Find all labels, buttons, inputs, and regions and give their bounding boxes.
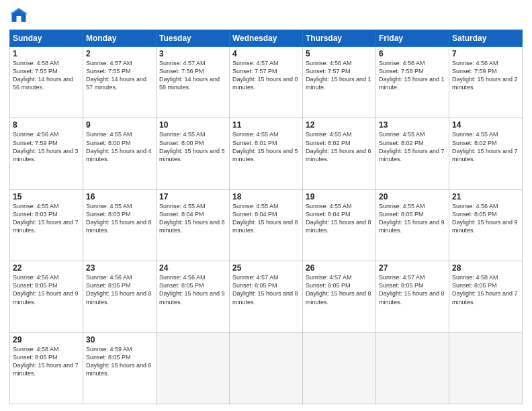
- calendar-cell: 23Sunrise: 4:56 AM Sunset: 8:05 PM Dayli…: [83, 261, 157, 332]
- logo-icon: [9, 7, 28, 26]
- cell-info: Sunrise: 4:56 AM Sunset: 8:05 PM Dayligh…: [86, 273, 153, 306]
- cell-info: Sunrise: 4:55 AM Sunset: 8:05 PM Dayligh…: [379, 202, 446, 235]
- day-header-sunday: Sunday: [10, 30, 83, 47]
- calendar-cell: 5Sunrise: 4:56 AM Sunset: 7:57 PM Daylig…: [303, 47, 376, 118]
- logo: [9, 7, 31, 26]
- cell-info: Sunrise: 4:57 AM Sunset: 8:05 PM Dayligh…: [232, 273, 300, 306]
- day-number: 14: [452, 120, 519, 130]
- calendar-cell: 9Sunrise: 4:55 AM Sunset: 8:00 PM Daylig…: [83, 118, 157, 189]
- calendar-cell: [376, 332, 449, 404]
- calendar-cell: 17Sunrise: 4:55 AM Sunset: 8:04 PM Dayli…: [157, 189, 230, 261]
- cell-info: Sunrise: 4:57 AM Sunset: 7:56 PM Dayligh…: [159, 59, 226, 92]
- cell-info: Sunrise: 4:55 AM Sunset: 8:02 PM Dayligh…: [306, 130, 373, 163]
- cell-info: Sunrise: 4:56 AM Sunset: 8:05 PM Dayligh…: [452, 202, 519, 235]
- day-number: 24: [159, 263, 226, 273]
- calendar-cell: 4Sunrise: 4:57 AM Sunset: 7:57 PM Daylig…: [230, 47, 303, 118]
- cell-info: Sunrise: 4:57 AM Sunset: 7:55 PM Dayligh…: [86, 59, 153, 92]
- calendar-cell: 14Sunrise: 4:55 AM Sunset: 8:02 PM Dayli…: [449, 118, 523, 189]
- day-number: 13: [379, 120, 446, 130]
- calendar: SundayMondayTuesdayWednesdayThursdayFrid…: [9, 30, 523, 404]
- day-header-monday: Monday: [83, 30, 157, 47]
- cell-info: Sunrise: 4:58 AM Sunset: 8:05 PM Dayligh…: [452, 273, 519, 306]
- cell-info: Sunrise: 4:55 AM Sunset: 8:04 PM Dayligh…: [306, 202, 373, 235]
- calendar-cell: 29Sunrise: 4:58 AM Sunset: 8:05 PM Dayli…: [10, 332, 83, 404]
- day-number: 3: [159, 49, 226, 58]
- day-number: 4: [232, 49, 300, 58]
- week-row-1: 8Sunrise: 4:56 AM Sunset: 7:59 PM Daylig…: [10, 118, 523, 189]
- cell-info: Sunrise: 4:57 AM Sunset: 8:05 PM Dayligh…: [306, 273, 373, 306]
- calendar-cell: 10Sunrise: 4:55 AM Sunset: 8:00 PM Dayli…: [157, 118, 230, 189]
- day-number: 20: [379, 192, 446, 201]
- day-number: 25: [232, 263, 300, 273]
- calendar-cell: 24Sunrise: 4:56 AM Sunset: 8:05 PM Dayli…: [157, 261, 230, 332]
- calendar-cell: 6Sunrise: 4:56 AM Sunset: 7:58 PM Daylig…: [376, 47, 449, 118]
- cell-info: Sunrise: 4:57 AM Sunset: 7:57 PM Dayligh…: [232, 59, 300, 92]
- calendar-cell: 26Sunrise: 4:57 AM Sunset: 8:05 PM Dayli…: [303, 261, 376, 332]
- day-number: 17: [159, 192, 226, 201]
- calendar-cell: 27Sunrise: 4:57 AM Sunset: 8:05 PM Dayli…: [376, 261, 449, 332]
- calendar-cell: 3Sunrise: 4:57 AM Sunset: 7:56 PM Daylig…: [157, 47, 230, 118]
- week-row-3: 22Sunrise: 4:56 AM Sunset: 8:05 PM Dayli…: [10, 261, 523, 332]
- calendar-cell: 16Sunrise: 4:55 AM Sunset: 8:03 PM Dayli…: [83, 189, 157, 261]
- calendar-cell: 13Sunrise: 4:55 AM Sunset: 8:02 PM Dayli…: [376, 118, 449, 189]
- calendar-cell: 20Sunrise: 4:55 AM Sunset: 8:05 PM Dayli…: [376, 189, 449, 261]
- cell-info: Sunrise: 4:56 AM Sunset: 7:59 PM Dayligh…: [13, 130, 80, 163]
- week-row-2: 15Sunrise: 4:55 AM Sunset: 8:03 PM Dayli…: [10, 189, 523, 261]
- day-number: 12: [306, 120, 373, 130]
- day-number: 10: [159, 120, 226, 130]
- calendar-cell: 22Sunrise: 4:56 AM Sunset: 8:05 PM Dayli…: [10, 261, 83, 332]
- calendar-cell: 7Sunrise: 4:56 AM Sunset: 7:59 PM Daylig…: [449, 47, 523, 118]
- day-number: 5: [306, 49, 373, 58]
- day-number: 8: [13, 120, 80, 130]
- calendar-cell: [230, 332, 303, 404]
- cell-info: Sunrise: 4:56 AM Sunset: 8:05 PM Dayligh…: [159, 273, 226, 306]
- day-header-friday: Friday: [376, 30, 449, 47]
- day-number: 1: [13, 49, 80, 58]
- cell-info: Sunrise: 4:59 AM Sunset: 8:05 PM Dayligh…: [86, 345, 153, 378]
- day-number: 21: [452, 192, 519, 201]
- calendar-cell: 2Sunrise: 4:57 AM Sunset: 7:55 PM Daylig…: [83, 47, 157, 118]
- cell-info: Sunrise: 4:55 AM Sunset: 8:00 PM Dayligh…: [86, 130, 153, 163]
- cell-info: Sunrise: 4:55 AM Sunset: 8:03 PM Dayligh…: [86, 202, 153, 235]
- day-number: 2: [86, 49, 153, 58]
- day-number: 15: [13, 192, 80, 201]
- calendar-cell: 15Sunrise: 4:55 AM Sunset: 8:03 PM Dayli…: [10, 189, 83, 261]
- day-header-saturday: Saturday: [449, 30, 523, 47]
- week-row-0: 1Sunrise: 4:58 AM Sunset: 7:55 PM Daylig…: [10, 47, 523, 118]
- calendar-cell: [303, 332, 376, 404]
- day-number: 30: [86, 335, 153, 345]
- calendar-cell: 18Sunrise: 4:55 AM Sunset: 8:04 PM Dayli…: [230, 189, 303, 261]
- cell-info: Sunrise: 4:56 AM Sunset: 7:59 PM Dayligh…: [452, 59, 519, 92]
- calendar-cell: 12Sunrise: 4:55 AM Sunset: 8:02 PM Dayli…: [303, 118, 376, 189]
- header: [9, 7, 523, 26]
- day-number: 18: [232, 192, 300, 201]
- day-number: 7: [452, 49, 519, 58]
- day-of-week-row: SundayMondayTuesdayWednesdayThursdayFrid…: [10, 30, 523, 47]
- day-number: 11: [232, 120, 300, 130]
- calendar-cell: 1Sunrise: 4:58 AM Sunset: 7:55 PM Daylig…: [10, 47, 83, 118]
- day-number: 9: [86, 120, 153, 130]
- day-number: 19: [306, 192, 373, 201]
- day-number: 27: [379, 263, 446, 273]
- cell-info: Sunrise: 4:58 AM Sunset: 7:55 PM Dayligh…: [13, 59, 80, 92]
- day-header-tuesday: Tuesday: [157, 30, 230, 47]
- day-header-wednesday: Wednesday: [230, 30, 303, 47]
- calendar-cell: 28Sunrise: 4:58 AM Sunset: 8:05 PM Dayli…: [449, 261, 523, 332]
- week-row-4: 29Sunrise: 4:58 AM Sunset: 8:05 PM Dayli…: [10, 332, 523, 404]
- day-header-thursday: Thursday: [303, 30, 376, 47]
- svg-rect-2: [17, 16, 21, 22]
- calendar-cell: 30Sunrise: 4:59 AM Sunset: 8:05 PM Dayli…: [83, 332, 157, 404]
- calendar-cell: [449, 332, 523, 404]
- calendar-cell: 25Sunrise: 4:57 AM Sunset: 8:05 PM Dayli…: [230, 261, 303, 332]
- day-number: 26: [306, 263, 373, 273]
- calendar-cell: 21Sunrise: 4:56 AM Sunset: 8:05 PM Dayli…: [449, 189, 523, 261]
- cell-info: Sunrise: 4:55 AM Sunset: 8:02 PM Dayligh…: [452, 130, 519, 163]
- calendar-cell: 8Sunrise: 4:56 AM Sunset: 7:59 PM Daylig…: [10, 118, 83, 189]
- cell-info: Sunrise: 4:55 AM Sunset: 8:02 PM Dayligh…: [379, 130, 446, 163]
- cell-info: Sunrise: 4:57 AM Sunset: 8:05 PM Dayligh…: [379, 273, 446, 306]
- day-number: 16: [86, 192, 153, 201]
- cell-info: Sunrise: 4:56 AM Sunset: 8:05 PM Dayligh…: [13, 273, 80, 306]
- day-number: 22: [13, 263, 80, 273]
- day-number: 28: [452, 263, 519, 273]
- cell-info: Sunrise: 4:55 AM Sunset: 8:03 PM Dayligh…: [13, 202, 80, 235]
